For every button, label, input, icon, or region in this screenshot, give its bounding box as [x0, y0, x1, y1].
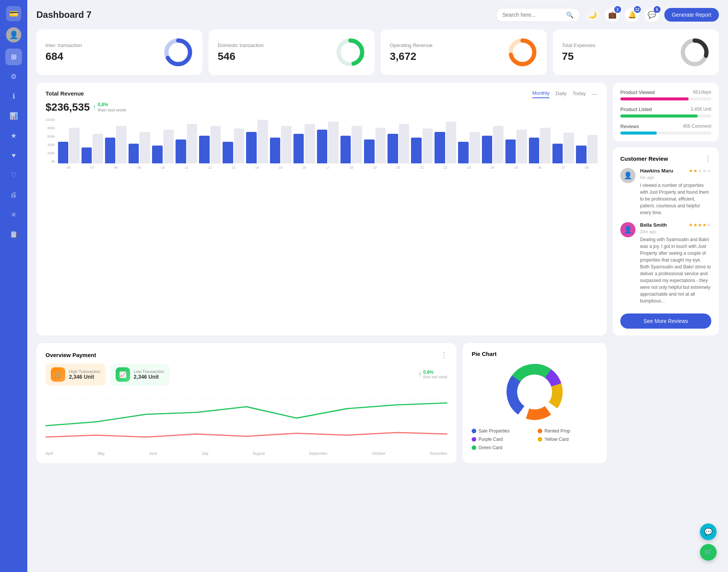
bar-chart-bars: [58, 118, 598, 163]
bar-group: [129, 132, 150, 163]
bar-group: [105, 126, 127, 163]
line-chart-svg: [46, 392, 447, 448]
tab-monthly[interactable]: Monthly: [532, 90, 550, 98]
overview-low-badge: 📈 Low Transaction 2,346 Unit: [110, 364, 169, 386]
x-label-jul: July: [202, 451, 209, 456]
sidebar-item-settings[interactable]: ⚙: [5, 68, 22, 85]
bar-gray: [163, 130, 174, 163]
floating-support-button[interactable]: 💬: [700, 523, 717, 540]
stat-card-domestic: Domestic transaction 546: [209, 30, 375, 75]
sidebar-item-likes[interactable]: ♥: [5, 147, 22, 164]
wallet-button[interactable]: 💼 2: [605, 8, 620, 22]
bar-label: 21: [411, 166, 433, 169]
bar-label: 16: [293, 166, 315, 169]
sidebar-item-analytics[interactable]: 📊: [5, 108, 22, 124]
metric-name-viewed: Product Viewed: [620, 89, 655, 95]
stat-value-expenses: 75: [562, 50, 595, 63]
bar-group: [458, 132, 480, 163]
tab-daily[interactable]: Daily: [555, 91, 566, 98]
search-input[interactable]: [502, 12, 563, 18]
bar-chart-labels: 0607080910111213141516171819202122232425…: [58, 166, 598, 169]
metric-val-viewed: 561/days: [693, 89, 711, 95]
bell-button[interactable]: 🔔 12: [625, 8, 639, 22]
overview-change: ↑ 0,8% than last week: [418, 370, 447, 379]
pie-chart-card: Pie Chart Sale Properties: [463, 343, 607, 463]
metrics-card: Product Viewed 561/days Product Listed 3…: [613, 83, 719, 141]
see-more-reviews-button[interactable]: See More Reviews: [620, 313, 711, 329]
review-more-icon[interactable]: ⋮: [704, 154, 711, 163]
overview-more-icon[interactable]: ⋮: [441, 351, 447, 359]
bar-gray: [587, 135, 598, 163]
reviewer-name-1: Bella Smith: [640, 222, 667, 228]
sidebar-item-reports[interactable]: 📋: [5, 226, 22, 243]
revenue-change: ↑ 0,8% than last week: [93, 102, 126, 113]
reviewer-name-row-1: Bella Smith ★★★★★: [640, 222, 711, 228]
bar-label: 11: [176, 166, 197, 169]
chat-button[interactable]: 💬 5: [645, 8, 659, 22]
bar-blue: [223, 142, 233, 163]
line-chart: April May June July August September Oct…: [46, 392, 447, 456]
sidebar-item-favorites[interactable]: ★: [5, 127, 22, 144]
search-box[interactable]: 🔍: [496, 8, 580, 22]
avatar[interactable]: 👤: [6, 27, 21, 42]
legend-rented: Rented Prop: [538, 428, 598, 434]
overview-low-icon: 📈: [116, 367, 130, 382]
metric-row-viewed: Product Viewed 561/days: [620, 89, 711, 100]
review-item-1: 👤 Bella Smith ★★★★★ 20m ago Dealing with…: [620, 222, 711, 304]
overview-high-val: 2,346 Unit: [69, 374, 100, 380]
y-label-200k: 200k: [46, 151, 55, 155]
metric-fill-viewed: [620, 97, 689, 100]
revenue-amount: $236,535 ↑ 0,8% than last week: [46, 101, 598, 113]
bar-label: 20: [388, 166, 409, 169]
bar-label: 17: [317, 166, 339, 169]
chart-title: Total Revenue: [46, 90, 84, 97]
bar-group: [270, 126, 292, 163]
sidebar-logo[interactable]: 💳: [6, 6, 21, 21]
bar-gray: [493, 126, 504, 163]
sidebar-item-info[interactable]: ℹ: [5, 88, 22, 105]
stat-info-domestic: Domestic transaction 546: [218, 42, 264, 63]
theme-toggle-button[interactable]: 🌙: [585, 8, 600, 22]
bar-gray: [540, 128, 551, 163]
chart-more-icon[interactable]: ···: [592, 90, 598, 98]
tab-today[interactable]: Today: [573, 91, 586, 98]
bar-group: [199, 126, 221, 163]
bar-label: 25: [505, 166, 527, 169]
sidebar-item-menu[interactable]: ≡: [5, 206, 22, 223]
x-axis-labels: April May June July August September Oct…: [46, 451, 447, 456]
sidebar-item-print[interactable]: 🖨: [5, 186, 22, 203]
generate-report-button[interactable]: Generate Report: [664, 8, 719, 22]
bar-gray: [422, 129, 433, 163]
stat-label-expenses: Total Expenses: [562, 42, 595, 48]
svg-point-17: [518, 375, 552, 409]
legend-yellow: Yellow Card: [538, 437, 598, 442]
floating-cart-button[interactable]: 🛒: [700, 544, 717, 561]
bar-blue: [576, 146, 587, 163]
bar-blue: [129, 144, 139, 163]
bar-blue: [293, 134, 304, 163]
stat-label-revenue: Operating Revenue: [390, 42, 433, 48]
bar-group: [223, 129, 244, 163]
sidebar-item-dashboard[interactable]: ⊞: [5, 49, 22, 65]
donut-inter: [163, 37, 193, 67]
legend-label-purple: Purple Card: [479, 437, 503, 442]
pie-legend: Sale Properties Rented Prop Purple Card …: [472, 428, 598, 450]
overview-low-label: Low Transaction: [134, 369, 164, 374]
review-card: Customer Review ⋮ 👤 Hawkins Maru ★★★★★ 5…: [613, 147, 719, 335]
metric-bar-viewed: [620, 97, 711, 100]
legend-dot-green: [472, 445, 476, 450]
stat-value-revenue: 3,672: [390, 50, 433, 63]
overview-header: Overview Payment ⋮: [46, 351, 447, 359]
pie-chart-wrap: Sale Properties Rented Prop Purple Card …: [472, 362, 598, 450]
bar-label: 13: [223, 166, 244, 169]
bar-label: 10: [152, 166, 174, 169]
x-label-apr: April: [46, 451, 53, 456]
bar-label: 08: [105, 166, 127, 169]
sidebar-item-wishlist[interactable]: ♡: [5, 167, 22, 183]
bar-gray: [469, 132, 480, 163]
pie-chart-title: Pie Chart: [472, 351, 598, 357]
bar-blue: [458, 142, 469, 163]
header-actions: 🔍 🌙 💼 2 🔔 12 💬 5 Generate Report: [496, 8, 719, 22]
bar-label: 27: [552, 166, 574, 169]
right-panel: Product Viewed 561/days Product Listed 3…: [613, 83, 719, 335]
